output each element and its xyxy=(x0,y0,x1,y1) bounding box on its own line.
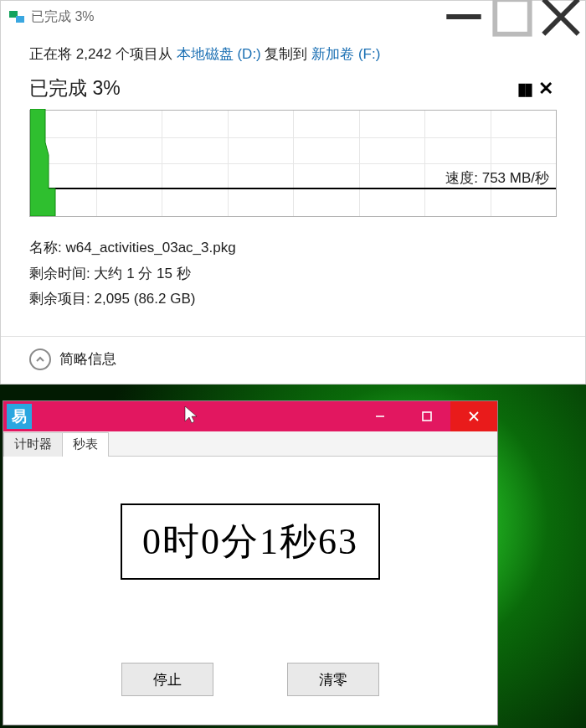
copy-app-icon xyxy=(9,11,24,23)
maximize-button[interactable] xyxy=(488,1,537,33)
meta-time-label: 剩余时间: xyxy=(29,266,94,281)
details-toggle-row[interactable]: 简略信息 xyxy=(1,337,585,382)
percent-complete-text: 已完成 3% xyxy=(29,75,513,101)
stopwatch-window-controls xyxy=(357,401,497,431)
meta-time-row: 剩余时间: 大约 1 分 15 秒 xyxy=(29,261,557,287)
file-copy-window: 已完成 3% 正在将 2,242 个项目从 本地磁盘 (D:) 复制到 新加卷 … xyxy=(0,0,586,385)
stopwatch-minimize-button[interactable] xyxy=(357,401,404,431)
stopwatch-close-button[interactable] xyxy=(450,401,497,431)
minimize-button[interactable] xyxy=(440,1,488,33)
file-copy-title: 已完成 3% xyxy=(31,8,95,26)
speed-fill-icon xyxy=(30,109,64,216)
meta-name-row: 名称: w64_activities_03ac_3.pkg xyxy=(29,235,557,261)
speed-graph: 速度: 753 MB/秒 xyxy=(29,110,557,217)
stopwatch-maximize-button[interactable] xyxy=(404,401,450,431)
source-drive-link[interactable]: 本地磁盘 (D:) xyxy=(177,46,261,62)
svg-rect-1 xyxy=(495,0,529,34)
stopwatch-window: 易 计时器 秒表 0时0分1秒63 停止 清零 xyxy=(3,400,498,725)
svg-rect-7 xyxy=(423,412,431,421)
tab-timer[interactable]: 计时器 xyxy=(3,432,63,457)
chevron-up-icon xyxy=(29,349,51,370)
stopwatch-display-area: 0时0分1秒63 xyxy=(3,457,497,663)
stop-button[interactable]: 停止 xyxy=(121,663,213,696)
stopwatch-display: 0时0分1秒63 xyxy=(121,503,380,580)
stopwatch-app-icon: 易 xyxy=(7,404,32,429)
speed-label: 速度: 753 MB/秒 xyxy=(445,168,549,188)
svg-marker-4 xyxy=(30,109,55,216)
meta-name-label: 名称: xyxy=(29,240,65,256)
dest-drive-link[interactable]: 新加卷 (F:) xyxy=(311,46,380,62)
speed-baseline xyxy=(30,188,556,189)
meta-time-value: 大约 1 分 15 秒 xyxy=(94,266,190,281)
copy-summary-mid: 复制到 xyxy=(261,46,311,62)
copy-meta-block: 名称: w64_activities_03ac_3.pkg 剩余时间: 大约 1… xyxy=(29,235,557,312)
stopwatch-titlebar[interactable]: 易 xyxy=(3,401,497,431)
meta-items-row: 剩余项目: 2,095 (86.2 GB) xyxy=(29,287,557,312)
clear-button[interactable]: 清零 xyxy=(287,663,379,696)
meta-items-value: 2,095 (86.2 GB) xyxy=(94,291,195,307)
cancel-copy-button[interactable]: ✕ xyxy=(535,78,557,100)
meta-items-label: 剩余项目: xyxy=(29,291,94,307)
stopwatch-button-row: 停止 清零 xyxy=(3,663,497,713)
tab-stopwatch[interactable]: 秒表 xyxy=(62,432,109,457)
copy-summary-prefix: 正在将 2,242 个项目从 xyxy=(29,46,177,62)
window-close-button[interactable] xyxy=(537,1,585,33)
file-copy-window-controls xyxy=(440,1,585,33)
stopwatch-tabs: 计时器 秒表 xyxy=(3,431,497,457)
pause-button[interactable]: ▮▮ xyxy=(513,79,535,99)
meta-name-value: w64_activities_03ac_3.pkg xyxy=(65,240,235,256)
details-toggle-label: 简略信息 xyxy=(59,349,116,369)
copy-summary-line: 正在将 2,242 个项目从 本地磁盘 (D:) 复制到 新加卷 (F:) xyxy=(29,44,557,64)
cursor-icon xyxy=(182,405,199,428)
file-copy-titlebar[interactable]: 已完成 3% xyxy=(1,1,585,33)
